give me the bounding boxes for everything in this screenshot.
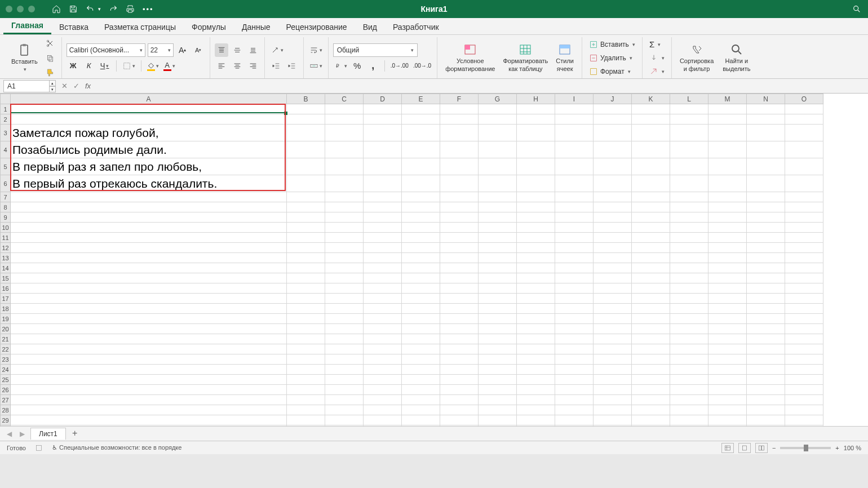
- cell[interactable]: [11, 192, 287, 202]
- cell[interactable]: [440, 263, 479, 273]
- cell[interactable]: [632, 202, 670, 212]
- col-header[interactable]: E: [402, 94, 440, 104]
- cell[interactable]: [287, 395, 325, 405]
- cell[interactable]: [479, 273, 517, 283]
- cell[interactable]: [594, 233, 632, 243]
- cell[interactable]: [670, 385, 708, 395]
- cell[interactable]: [555, 175, 594, 192]
- cell[interactable]: [517, 175, 555, 192]
- cell[interactable]: [517, 425, 555, 427]
- cell[interactable]: [11, 354, 287, 365]
- cell[interactable]: [747, 158, 785, 175]
- cell[interactable]: [555, 243, 594, 253]
- cell[interactable]: [325, 125, 364, 141]
- cell[interactable]: [440, 365, 479, 375]
- cell[interactable]: [364, 253, 402, 263]
- cell[interactable]: [287, 304, 325, 314]
- cell[interactable]: [325, 263, 364, 273]
- wrap-text-button[interactable]: ▾: [308, 43, 324, 57]
- cell[interactable]: [11, 104, 287, 114]
- cell[interactable]: [747, 365, 785, 375]
- cell[interactable]: [11, 425, 287, 427]
- cell[interactable]: [402, 202, 440, 212]
- cell[interactable]: [364, 104, 402, 114]
- cell[interactable]: [785, 385, 823, 395]
- cell[interactable]: [785, 395, 823, 405]
- undo-dropdown[interactable]: ▾: [98, 6, 101, 12]
- paste-button[interactable]: Вставить ▾: [8, 42, 41, 74]
- cell[interactable]: [517, 294, 555, 304]
- col-header[interactable]: A: [11, 94, 287, 104]
- tab-page-layout[interactable]: Разметка страницы: [96, 19, 184, 34]
- cell[interactable]: [287, 283, 325, 294]
- cell[interactable]: [632, 141, 670, 158]
- cell[interactable]: [785, 304, 823, 314]
- cell[interactable]: [402, 104, 440, 114]
- cell[interactable]: [287, 344, 325, 354]
- sheet-prev-button[interactable]: ◀: [5, 430, 14, 438]
- close-window[interactable]: [6, 6, 12, 12]
- cell[interactable]: [325, 415, 364, 425]
- cell[interactable]: [555, 233, 594, 243]
- undo-icon[interactable]: [86, 5, 95, 14]
- cell[interactable]: [287, 114, 325, 125]
- cell[interactable]: [785, 212, 823, 223]
- cell[interactable]: [440, 125, 479, 141]
- tab-formulas[interactable]: Формулы: [184, 19, 234, 34]
- cell[interactable]: [364, 365, 402, 375]
- row-header[interactable]: 5: [1, 158, 11, 175]
- cell[interactable]: [325, 104, 364, 114]
- cell[interactable]: [555, 395, 594, 405]
- cell[interactable]: [479, 141, 517, 158]
- cell[interactable]: [555, 385, 594, 395]
- name-box[interactable]: A1: [3, 80, 50, 92]
- cell[interactable]: [555, 263, 594, 273]
- cell[interactable]: [517, 263, 555, 273]
- row-header[interactable]: 21: [1, 334, 11, 344]
- cell[interactable]: [517, 104, 555, 114]
- cell[interactable]: [440, 395, 479, 405]
- row-header[interactable]: 25: [1, 375, 11, 385]
- cell[interactable]: [708, 273, 747, 283]
- cell[interactable]: [402, 283, 440, 294]
- cell[interactable]: [594, 334, 632, 344]
- cell[interactable]: [325, 365, 364, 375]
- cell[interactable]: [402, 294, 440, 304]
- cell[interactable]: [517, 395, 555, 405]
- cell[interactable]: [479, 114, 517, 125]
- spreadsheet-grid[interactable]: ABCDEFGHIJKLMNO123Заметался пожар голубо…: [0, 94, 868, 426]
- cell[interactable]: [479, 354, 517, 365]
- cell[interactable]: [594, 253, 632, 263]
- cell[interactable]: [479, 294, 517, 304]
- cell[interactable]: [708, 175, 747, 192]
- add-sheet-button[interactable]: +: [69, 428, 81, 440]
- cell[interactable]: [402, 253, 440, 263]
- col-header[interactable]: B: [287, 94, 325, 104]
- cell[interactable]: [325, 141, 364, 158]
- decrease-indent-button[interactable]: [269, 59, 283, 73]
- cell[interactable]: [402, 354, 440, 365]
- cell[interactable]: [785, 243, 823, 253]
- cell[interactable]: [402, 263, 440, 273]
- row-header[interactable]: 4: [1, 141, 11, 158]
- cell[interactable]: [785, 202, 823, 212]
- cell[interactable]: [402, 415, 440, 425]
- cell[interactable]: [325, 294, 364, 304]
- align-right-button[interactable]: [246, 59, 260, 73]
- align-center-button[interactable]: [231, 59, 244, 73]
- cell[interactable]: [479, 223, 517, 233]
- cell[interactable]: [747, 304, 785, 314]
- cell[interactable]: [287, 243, 325, 253]
- cell[interactable]: [364, 385, 402, 395]
- cell[interactable]: [364, 344, 402, 354]
- cell[interactable]: [287, 365, 325, 375]
- row-header[interactable]: 16: [1, 283, 11, 294]
- cell[interactable]: [364, 314, 402, 324]
- cell[interactable]: [632, 294, 670, 304]
- cell[interactable]: [325, 375, 364, 385]
- cell[interactable]: В первый раз отрекаюсь скандалить.: [11, 175, 287, 192]
- cell[interactable]: [440, 324, 479, 334]
- cell[interactable]: [632, 283, 670, 294]
- cell[interactable]: [708, 385, 747, 395]
- cell[interactable]: [632, 365, 670, 375]
